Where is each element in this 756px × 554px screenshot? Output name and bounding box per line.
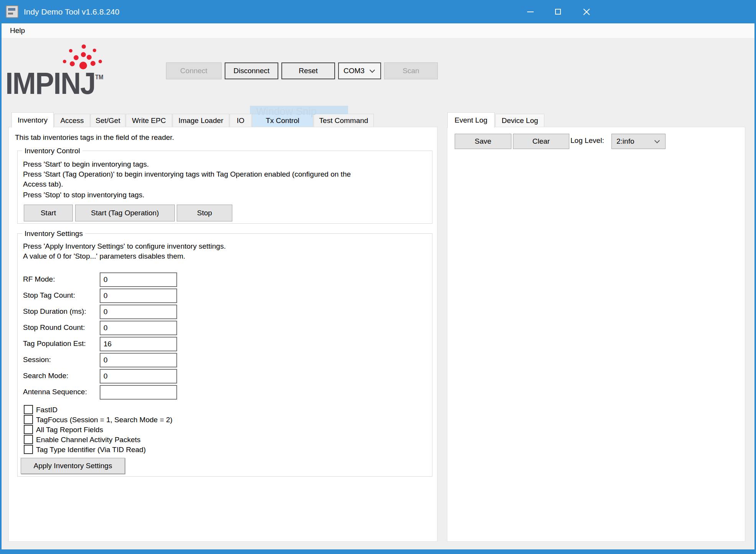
inventory-settings-group: Inventory Settings Press 'Apply Inventor… [17, 233, 432, 477]
trademark-symbol: TM [95, 74, 103, 80]
event-log-tab-page: Save Clear Log Level: 2:info [447, 127, 745, 542]
control-hint-2: Press 'Start (Tag Operation)' to begin i… [23, 170, 351, 179]
apply-inventory-settings-button[interactable]: Apply Inventory Settings [21, 458, 125, 474]
snip-overlay-highlight [250, 106, 348, 114]
tag-population-label: Tag Population Est: [23, 339, 86, 348]
app-window: Indy Demo Tool v1.6.8.240 Help IMPINJTM … [0, 0, 756, 554]
reset-button[interactable]: Reset [281, 62, 335, 79]
maximize-button[interactable] [547, 0, 569, 23]
connect-button[interactable]: Connect [166, 62, 222, 79]
rf-mode-label: RF Mode: [23, 275, 55, 284]
search-mode-label: Search Mode: [23, 372, 68, 380]
com-port-select[interactable]: COM3 [338, 62, 381, 79]
tab-device-log[interactable]: Device Log [495, 114, 544, 127]
log-level-value: 2:info [612, 137, 655, 146]
stop-round-count-input[interactable] [100, 321, 177, 335]
settings-hint-2: A value of 0 for 'Stop...' parameters di… [23, 252, 185, 261]
control-hint-4: Press 'Stop' to stop inventorying tags. [23, 191, 145, 199]
control-hint-3: Access tab). [23, 180, 63, 188]
checkbox-all-tag-report-fields[interactable] [24, 425, 33, 434]
tag-population-input[interactable] [100, 337, 177, 351]
stop-duration-input[interactable] [100, 305, 177, 319]
clear-log-button[interactable]: Clear [513, 134, 569, 149]
chevron-down-icon [654, 138, 660, 143]
app-icon [6, 5, 18, 18]
inventory-tab-page: This tab inventories tags in the field o… [8, 127, 437, 542]
stop-tag-count-input[interactable] [100, 288, 177, 303]
log-level-label: Log Level: [570, 136, 604, 145]
disconnect-button[interactable]: Disconnect [225, 62, 278, 79]
control-hint-1: Press 'Start' to begin inventorying tags… [23, 160, 149, 169]
tab-set-get[interactable]: Set/Get [90, 114, 125, 127]
tab-image-loader[interactable]: Image Loader [173, 114, 229, 127]
stop-tag-count-label: Stop Tag Count: [23, 291, 75, 300]
com-port-value: COM3 [339, 67, 370, 75]
checkbox-tagfocus[interactable] [24, 415, 33, 424]
tab-test-command[interactable]: Test Command [314, 114, 374, 127]
rf-mode-input[interactable] [100, 272, 177, 287]
window-border-bottom [0, 549, 756, 554]
stop-duration-label: Stop Duration (ms): [23, 307, 86, 316]
checkbox-fastid-label: FastID [36, 406, 58, 414]
inventory-settings-title: Inventory Settings [22, 229, 85, 238]
window-border-right [754, 0, 756, 554]
start-button[interactable]: Start [24, 205, 73, 221]
session-input[interactable] [100, 353, 177, 367]
minimize-icon [527, 11, 534, 12]
window-border-left [0, 0, 2, 554]
inventory-control-group: Inventory Control Press 'Start' to begin… [17, 151, 432, 224]
checkbox-tag-type-identifier-label: Tag Type Identifier (Via TID Read) [36, 446, 146, 454]
checkbox-channel-activity-packets[interactable] [24, 435, 33, 444]
settings-hint-1: Press 'Apply Inventory Settings' to conf… [23, 242, 226, 251]
tab-event-log[interactable]: Event Log [447, 112, 495, 128]
chevron-down-icon [370, 67, 375, 72]
window-title: Indy Demo Tool v1.6.8.240 [24, 0, 119, 23]
session-label: Session: [23, 356, 51, 364]
checkbox-channel-activity-packets-label: Enable Channel Activity Packets [36, 436, 141, 444]
antenna-sequence-label: Antenna Sequence: [23, 388, 87, 396]
inventory-intro: This tab inventories tags in the field o… [15, 133, 174, 142]
minimize-button[interactable] [519, 0, 541, 23]
antenna-sequence-input[interactable] [100, 385, 177, 400]
tab-inventory[interactable]: Inventory [12, 112, 54, 128]
log-level-select[interactable]: 2:info [611, 134, 666, 149]
checkbox-all-tag-report-fields-label: All Tag Report Fields [36, 426, 103, 434]
checkbox-tag-type-identifier[interactable] [24, 445, 33, 454]
save-log-button[interactable]: Save [455, 134, 511, 149]
inventory-control-title: Inventory Control [22, 147, 82, 155]
menu-help[interactable]: Help [6, 23, 29, 38]
checkbox-tagfocus-label: TagFocus (Session = 1, Search Mode = 2) [36, 416, 173, 424]
scan-button[interactable]: Scan [384, 62, 438, 79]
tab-write-epc[interactable]: Write EPC [126, 114, 172, 127]
checkbox-fastid[interactable] [24, 405, 33, 414]
menu-bar: Help [2, 23, 754, 38]
maximize-icon [555, 9, 561, 15]
tab-access[interactable]: Access [54, 114, 90, 127]
tab-io[interactable]: IO [230, 114, 251, 127]
search-mode-input[interactable] [100, 369, 177, 384]
start-tag-operation-button[interactable]: Start (Tag Operation) [75, 205, 175, 221]
stop-round-count-label: Stop Round Count: [23, 323, 85, 332]
title-bar[interactable]: Indy Demo Tool v1.6.8.240 [0, 0, 756, 23]
impinj-wordmark: IMPINJTM [5, 66, 104, 101]
tab-tx-control[interactable]: Tx Control [252, 114, 313, 127]
close-icon [583, 8, 590, 16]
close-button[interactable] [575, 0, 598, 23]
stop-button[interactable]: Stop [177, 205, 232, 221]
